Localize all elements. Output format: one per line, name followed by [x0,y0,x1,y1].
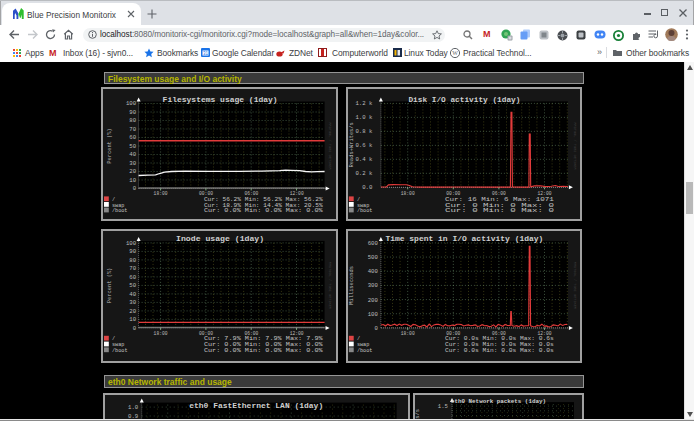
svg-text:Cur: 0 Min: 0 Max:: Cur: 0 Min: 0 Max: 0 [445,208,554,214]
svg-text:1.0: 1.0 [128,405,138,411]
svg-text:W: W [452,50,458,56]
svg-text:80: 80 [130,118,137,124]
svg-text:0.0: 0.0 [362,185,372,191]
svg-text:60: 60 [130,135,137,141]
svg-text:20: 20 [130,308,137,314]
svg-text:18:00: 18:00 [154,191,168,197]
svg-text:RRDTOOL / TOBI OETIKER: RRDTOOL / TOBI OETIKER [328,261,332,309]
svg-text:70: 70 [130,127,137,133]
svg-text:50: 50 [130,283,137,289]
svg-text:100: 100 [126,101,136,107]
svg-text:1.0 k: 1.0 k [355,115,372,121]
svg-text:0.6 k: 0.6 k [355,143,372,149]
svg-text:eth0 FastEthernet LAN (1day): eth0 FastEthernet LAN (1day) [190,402,324,410]
svg-text:Percent (%): Percent (%) [107,267,113,302]
svg-text:10: 10 [130,317,137,323]
svg-text:/boot: /boot [112,348,127,354]
svg-text:500: 500 [367,255,377,261]
svg-text:0: 0 [133,186,136,192]
svg-text:Cur: 0.0s Min: 0.0s Max: 0: Cur: 0.0s Min: 0.0s Max: 0.0s [445,348,554,354]
svg-text:RRDTOOL / TOBI OETIKER: RRDTOOL / TOBI OETIKER [328,122,332,170]
svg-text:20: 20 [130,169,137,175]
svg-text:/boot: /boot [356,348,371,354]
svg-text:100: 100 [126,240,136,246]
svg-text:Milliseconds: Milliseconds [349,266,355,305]
svg-text:eth0 Network packets (1day): eth0 Network packets (1day) [451,398,546,405]
svg-text:/boot: /boot [112,208,127,214]
svg-text:40: 40 [130,291,137,297]
svg-text:0.4 k: 0.4 k [355,157,372,163]
svg-text:300: 300 [367,283,377,289]
svg-text:10: 10 [130,178,137,184]
svg-text:RRDTOOL / TOBI OETIKER: RRDTOOL / TOBI OETIKER [572,261,576,309]
svg-text:600: 600 [367,240,377,246]
svg-text:/boot: /boot [356,208,371,214]
svg-text:400: 400 [367,269,377,275]
svg-text:0.8 k: 0.8 k [355,129,372,135]
svg-text:30: 30 [130,161,137,167]
svg-text:31: 31 [203,51,209,56]
svg-text:18:00: 18:00 [400,330,414,336]
svg-text:1.2 k: 1.2 k [355,101,372,107]
svg-text:18:00: 18:00 [154,330,168,336]
svg-text:0.2 k: 0.2 k [355,171,372,177]
svg-text:100: 100 [367,311,377,317]
svg-text:0: 0 [133,325,136,331]
svg-text:30: 30 [130,300,137,306]
svg-text:90: 90 [130,249,137,255]
svg-text:90: 90 [130,110,137,116]
svg-text:Time spent in I/O activity (1: Time spent in I/O activity (1day) [385,235,543,243]
svg-text:1.5: 1.5 [437,404,447,410]
svg-text:80: 80 [130,257,137,263]
svg-text:200: 200 [367,297,377,303]
svg-text:40: 40 [130,152,137,158]
svg-text:Inode usage (1day): Inode usage (1day) [176,235,264,243]
svg-text:Percent (%): Percent (%) [107,128,113,163]
svg-text:Cur: 0.0% Min: 0.0% Max:: Cur: 0.0% Min: 0.0% Max: 0.0% [204,348,324,354]
svg-text:Disk I/O activity (1day): Disk I/O activity (1day) [408,95,520,103]
svg-text:70: 70 [130,266,137,272]
svg-text:Cur: 0.0% Min: 0.0% Max:: Cur: 0.0% Min: 0.0% Max: 0.0% [204,208,324,214]
svg-text:50: 50 [130,144,137,150]
svg-text:18:00: 18:00 [400,191,414,197]
svg-text:0: 0 [374,325,377,331]
svg-text:60: 60 [130,274,137,280]
svg-text:Filesystems usage (1day): Filesystems usage (1day) [163,95,278,103]
svg-text:RRDTOOL / TOBI OETIKER: RRDTOOL / TOBI OETIKER [572,122,576,170]
